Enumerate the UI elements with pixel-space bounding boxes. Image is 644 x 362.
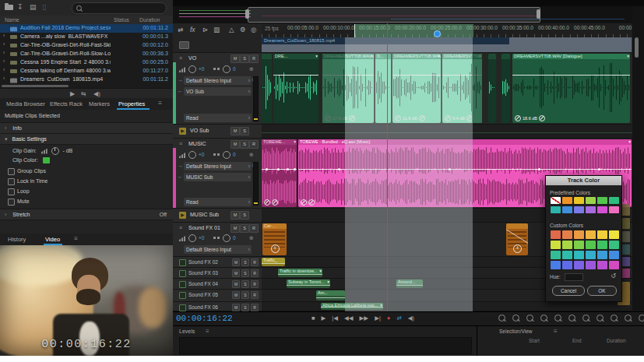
clip-menu-icon[interactable]: ▾ (315, 54, 318, 59)
selection-view-tab[interactable]: Selection/View (499, 329, 533, 334)
track-r-button[interactable]: R (249, 224, 259, 233)
clip-fade-icon[interactable] (308, 199, 315, 206)
tab-history[interactable]: History (8, 236, 26, 243)
volume-envelope[interactable] (316, 297, 333, 298)
expand-chevron-icon[interactable]: › (3, 67, 5, 72)
bus-arrow-icon[interactable]: ▶ (179, 128, 186, 135)
column-duration[interactable]: Duration (139, 17, 160, 23)
volume-envelope[interactable] (262, 263, 285, 264)
file-row[interactable]: ›Camera ...aly slow_BLASTWAVEFX_09093 48… (0, 33, 173, 41)
open-file-icon[interactable] (5, 5, 13, 10)
clip-gain-knob[interactable] (51, 147, 59, 155)
volume-knob[interactable] (188, 65, 196, 73)
color-swatch[interactable] (597, 261, 607, 269)
clip-gain-icon[interactable] (515, 115, 521, 121)
zoom-tool-icon[interactable] (568, 315, 575, 322)
track-header-sound-fx-04[interactable]: Sound FX 04MSR (173, 279, 262, 290)
checkbox-group-clips[interactable] (8, 168, 15, 175)
column-name[interactable]: Name (5, 17, 19, 23)
track-header-music-sub[interactable]: ▶MUSIC SubMS (173, 209, 262, 223)
color-swatch[interactable] (562, 261, 572, 269)
clip-plus-badge[interactable]: + (513, 244, 522, 253)
color-swatch[interactable] (597, 230, 607, 239)
audio-clip[interactable]: Traffic in downtow...▾ (278, 269, 322, 277)
pan-knob[interactable] (223, 234, 231, 242)
track-r-button[interactable]: R (249, 54, 259, 63)
playhead[interactable] (387, 23, 388, 311)
clip-menu-icon[interactable]: ▾ (628, 139, 631, 145)
panel-menu-icon[interactable]: ≡ (206, 328, 209, 335)
zoom-tool-icon[interactable] (540, 315, 547, 322)
slip-tool-icon[interactable]: ⊳ (202, 26, 208, 33)
input-select[interactable]: Default Stereo Input› (184, 76, 252, 85)
preview-loop-icon[interactable]: ⇆ (81, 90, 86, 97)
audio-clip[interactable] (501, 54, 510, 123)
panel-menu-icon[interactable]: ≡ (158, 100, 162, 107)
volume-knob[interactable] (188, 151, 196, 159)
overview-left-handle[interactable] (245, 9, 249, 19)
settings-icon[interactable]: ⚙ (240, 26, 246, 33)
column-status[interactable]: Status (114, 17, 129, 23)
track-s-button[interactable]: S (241, 269, 249, 277)
color-swatch[interactable] (586, 206, 596, 213)
overview-viewport-box[interactable] (248, 7, 540, 23)
clip-color-swatch[interactable] (43, 157, 50, 163)
file-row[interactable]: ›Cessna taking off Denham 48000 3.wav00:… (0, 67, 173, 76)
track-header-vo-sub[interactable]: ▶VO SubMS (173, 125, 262, 139)
loop-playback-button[interactable]: ⇄ (396, 315, 401, 322)
color-swatch[interactable] (609, 197, 619, 204)
track-header-vo[interactable]: ≡VOMSR+00⊕→Default Stereo Input›⧉←VO Sub… (173, 53, 262, 125)
pan-knob[interactable] (223, 151, 231, 159)
rewind-button[interactable]: ◀◀ (344, 315, 354, 322)
color-swatch[interactable] (562, 230, 572, 239)
tab-effects-rack[interactable]: Effects Rack (50, 100, 83, 107)
vertical-scrollbar[interactable] (635, 37, 639, 58)
automation-mode-select[interactable]: Read› (184, 114, 252, 122)
track-s-button[interactable]: S (241, 304, 249, 311)
checkbox-loop[interactable] (8, 188, 15, 195)
zoom-tool-icon[interactable] (512, 315, 519, 322)
zoom-tool-icon[interactable] (498, 315, 505, 322)
zoom-tool-icon[interactable] (526, 315, 533, 322)
track-header-music[interactable]: ≡MUSICMSR+00⊕→Default Stereo Input›⧉←MUS… (173, 139, 262, 209)
file-row[interactable]: ›Car-Tire-OB-Gravel-Dirt-Roll-Fast-Skid … (0, 41, 173, 50)
input-select[interactable]: Default Stereo Input› (184, 245, 252, 254)
output-select[interactable]: VO Sub› (184, 87, 252, 96)
color-swatch[interactable] (609, 230, 619, 239)
color-swatch[interactable] (562, 251, 572, 259)
audio-clip[interactable]: Subway in Toront...▾ (287, 279, 330, 288)
color-swatch[interactable] (574, 230, 584, 239)
color-swatch[interactable] (562, 241, 572, 249)
track-r-button[interactable]: R (251, 304, 259, 311)
color-swatch[interactable] (562, 206, 572, 213)
checkbox-lock-in-time[interactable] (8, 178, 15, 185)
effects-icon[interactable]: fx (190, 26, 195, 33)
track-s-button[interactable]: S (240, 140, 249, 149)
track-r-button[interactable]: R (249, 140, 259, 149)
color-swatch[interactable] (597, 251, 607, 259)
track-s-button[interactable]: S (241, 280, 249, 288)
levels-tab[interactable]: Levels (179, 329, 195, 334)
track-s-button[interactable]: S (240, 224, 249, 233)
audio-clip[interactable] (262, 54, 272, 123)
clip-gain-icon[interactable] (264, 199, 270, 206)
track-r-button[interactable]: R (251, 291, 259, 299)
record-button[interactable]: ● (387, 315, 391, 322)
track-header-sound-fx-05[interactable]: Sound FX 05MSR (173, 290, 262, 302)
track-s-button[interactable]: S (241, 258, 249, 266)
stretch-section-header[interactable]: › Stretch Off (0, 209, 173, 220)
move-tool-icon[interactable]: ⇄ (178, 26, 183, 33)
expand-chevron-icon[interactable]: › (3, 50, 5, 55)
volume-knob[interactable] (188, 234, 196, 242)
audio-clip[interactable] (332, 290, 345, 300)
import-file-icon[interactable]: ↧ (17, 3, 23, 11)
color-swatch[interactable] (574, 241, 584, 249)
skip-to-end-button[interactable]: ▶| (375, 315, 381, 322)
track-m-button[interactable]: M (231, 140, 240, 149)
color-swatch[interactable] (586, 197, 596, 204)
color-swatch-none[interactable] (551, 197, 561, 204)
expand-chevron-icon[interactable]: › (3, 58, 5, 64)
time-selection-overlay[interactable] (345, 37, 473, 311)
cancel-button[interactable]: Cancel (552, 286, 585, 296)
zoom-tool-icon[interactable] (596, 315, 604, 322)
